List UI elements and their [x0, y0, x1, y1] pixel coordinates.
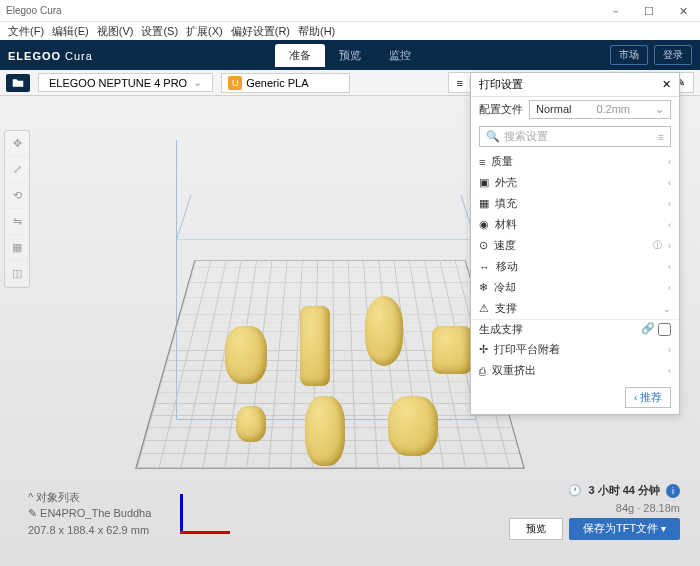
model-screw[interactable]	[300, 306, 330, 386]
support-icon: ⚠	[479, 302, 489, 315]
hamburger-icon[interactable]: ≡	[658, 131, 664, 143]
quality-icon: ≡	[479, 156, 485, 168]
extruder-badge-icon: U	[228, 76, 242, 90]
menu-help[interactable]: 帮助(H)	[296, 24, 337, 39]
brand-logo: ELEGOOCura	[8, 47, 93, 63]
model-benchy[interactable]	[432, 326, 472, 374]
section-walls[interactable]: ▣外壳‹	[471, 172, 679, 193]
travel-icon: ↔	[479, 261, 490, 273]
scale-tool-button[interactable]: ⤢	[5, 157, 29, 183]
support-checkbox[interactable]	[658, 323, 671, 336]
layers-icon: ≡	[457, 77, 463, 89]
close-panel-icon[interactable]: ✕	[662, 78, 671, 91]
adhesion-icon: ✢	[479, 343, 488, 356]
mirror-tool-button[interactable]: ⇋	[5, 209, 29, 235]
dual-icon: ⎙	[479, 365, 486, 377]
maximize-button[interactable]: ☐	[632, 0, 666, 22]
marketplace-button[interactable]: 市场	[610, 45, 648, 65]
support-blocker-button[interactable]: ◫	[5, 261, 29, 287]
section-material[interactable]: ◉材料‹	[471, 214, 679, 235]
search-icon: 🔍	[486, 130, 500, 143]
model-pear[interactable]	[365, 296, 403, 366]
material-icon: ◉	[479, 218, 489, 231]
time-estimate: 3 小时 44 分钟	[588, 483, 660, 498]
object-list[interactable]: ^ 对象列表 ✎ EN4PRO_The Buddha 207.8 x 188.4…	[28, 489, 151, 539]
signin-button[interactable]: 登录	[654, 45, 692, 65]
menu-preferences[interactable]: 偏好设置(R)	[229, 24, 292, 39]
speed-icon: ⊙	[479, 239, 488, 252]
section-support[interactable]: ⚠支撑⌄	[471, 298, 679, 319]
minimize-button[interactable]: －	[598, 0, 632, 22]
tab-prepare[interactable]: 准备	[275, 44, 325, 67]
walls-icon: ▣	[479, 176, 489, 189]
preview-button[interactable]: 预览	[509, 518, 563, 540]
tool-sidebar: ✥ ⤢ ⟲ ⇋ ▦ ◫	[4, 130, 30, 288]
mesh-tool-button[interactable]: ▦	[5, 235, 29, 261]
menu-extensions[interactable]: 扩展(X)	[184, 24, 225, 39]
infill-icon: ▦	[479, 197, 489, 210]
x-axis-indicator	[180, 531, 230, 534]
section-speed[interactable]: ⊙速度ⓘ‹	[471, 235, 679, 256]
tab-preview[interactable]: 预览	[325, 44, 375, 67]
menu-view[interactable]: 视图(V)	[95, 24, 136, 39]
profile-label: 配置文件	[479, 102, 523, 117]
panel-title: 打印设置	[479, 77, 523, 92]
recommended-button[interactable]: ‹ 推荐	[625, 387, 671, 408]
model-buddha[interactable]	[225, 326, 267, 384]
z-axis-indicator	[180, 494, 183, 534]
cooling-icon: ❄	[479, 281, 488, 294]
section-quality[interactable]: ≡质量‹	[471, 151, 679, 172]
window-title: Elegoo Cura	[6, 5, 62, 16]
material-estimate: 84g · 28.18m	[616, 502, 680, 514]
printer-selector[interactable]: ELEGOO NEPTUNE 4 PRO⌄	[38, 73, 213, 92]
support-generate-row[interactable]: 生成支撑🔗	[471, 319, 679, 339]
menu-bar: 文件(F) 编辑(E) 视图(V) 设置(S) 扩展(X) 偏好设置(R) 帮助…	[0, 22, 700, 40]
open-file-button[interactable]	[6, 74, 30, 92]
menu-edit[interactable]: 编辑(E)	[50, 24, 91, 39]
section-dual[interactable]: ⎙双重挤出‹	[471, 360, 679, 381]
material-selector[interactable]: UGeneric PLA	[221, 73, 349, 93]
close-button[interactable]: ✕	[666, 0, 700, 22]
settings-search-input[interactable]: 🔍搜索设置≡	[479, 126, 671, 147]
profile-dropdown[interactable]: Normal0.2mm⌄	[529, 100, 671, 119]
move-tool-button[interactable]: ✥	[5, 131, 29, 157]
section-adhesion[interactable]: ✢打印平台附着‹	[471, 339, 679, 360]
save-button[interactable]: 保存为TFT文件 ▾	[569, 518, 680, 540]
model-figure-2[interactable]	[388, 396, 438, 456]
section-infill[interactable]: ▦填充‹	[471, 193, 679, 214]
model-minion[interactable]	[305, 396, 345, 466]
section-travel[interactable]: ↔移动‹	[471, 256, 679, 277]
clock-icon: 🕐	[568, 484, 582, 497]
menu-settings[interactable]: 设置(S)	[139, 24, 180, 39]
model-figure-1[interactable]	[236, 406, 266, 442]
info-icon[interactable]: i	[666, 484, 680, 498]
tab-monitor[interactable]: 监控	[375, 44, 425, 67]
menu-file[interactable]: 文件(F)	[6, 24, 46, 39]
section-cooling[interactable]: ❄冷却‹	[471, 277, 679, 298]
print-settings-panel: 打印设置✕ 配置文件 Normal0.2mm⌄ 🔍搜索设置≡ ≡质量‹ ▣外壳‹…	[470, 72, 680, 415]
rotate-tool-button[interactable]: ⟲	[5, 183, 29, 209]
